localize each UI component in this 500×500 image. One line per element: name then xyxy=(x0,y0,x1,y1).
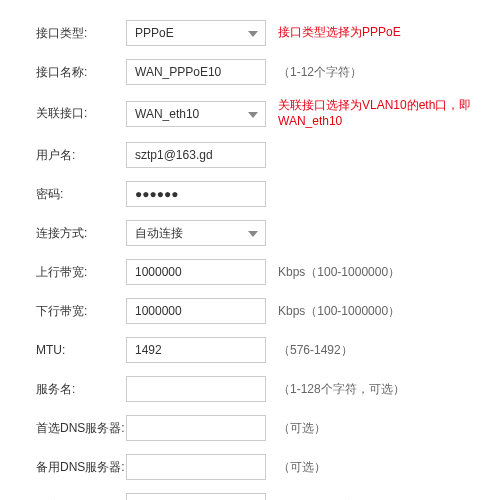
hint-dns1: （可选） xyxy=(278,420,326,437)
input-dns2[interactable] xyxy=(126,454,266,480)
row-mtu: MTU: （576-1492） xyxy=(36,337,490,363)
row-remark: 备注: （可选,50个字符） xyxy=(36,493,490,500)
input-dns1[interactable] xyxy=(126,415,266,441)
label-assoc-interface: 关联接口: xyxy=(36,105,126,122)
hint-interface-name: （1-12个字符） xyxy=(278,64,362,81)
row-assoc-interface: 关联接口: WAN_eth10 关联接口选择为VLAN10的eth口，即WAN_… xyxy=(36,98,490,129)
input-interface-name[interactable] xyxy=(126,59,266,85)
select-interface-type[interactable]: PPPoE xyxy=(126,20,266,46)
row-dns2: 备用DNS服务器: （可选） xyxy=(36,454,490,480)
label-connect-mode: 连接方式: xyxy=(36,225,126,242)
label-dns2: 备用DNS服务器: xyxy=(36,459,126,476)
input-mtu[interactable] xyxy=(126,337,266,363)
label-password: 密码: xyxy=(36,186,126,203)
row-interface-type: 接口类型: PPPoE 接口类型选择为PPPoE xyxy=(36,20,490,46)
row-up-bandwidth: 上行带宽: Kbps（100-1000000） xyxy=(36,259,490,285)
label-service-name: 服务名: xyxy=(36,381,126,398)
label-mtu: MTU: xyxy=(36,343,126,357)
input-down-bandwidth[interactable] xyxy=(126,298,266,324)
input-remark[interactable] xyxy=(126,493,266,500)
hint-dns2: （可选） xyxy=(278,459,326,476)
select-assoc-interface[interactable]: WAN_eth10 xyxy=(126,101,266,127)
row-down-bandwidth: 下行带宽: Kbps（100-1000000） xyxy=(36,298,490,324)
row-service-name: 服务名: （1-128个字符，可选） xyxy=(36,376,490,402)
label-dns1: 首选DNS服务器: xyxy=(36,420,126,437)
hint-down-bandwidth: Kbps（100-1000000） xyxy=(278,303,400,320)
input-username[interactable] xyxy=(126,142,266,168)
input-password[interactable] xyxy=(126,181,266,207)
hint-mtu: （576-1492） xyxy=(278,342,353,359)
row-dns1: 首选DNS服务器: （可选） xyxy=(36,415,490,441)
row-username: 用户名: xyxy=(36,142,490,168)
hint-up-bandwidth: Kbps（100-1000000） xyxy=(278,264,400,281)
row-connect-mode: 连接方式: 自动连接 xyxy=(36,220,490,246)
row-interface-name: 接口名称: （1-12个字符） xyxy=(36,59,490,85)
annotation-interface-type: 接口类型选择为PPPoE xyxy=(278,25,401,41)
label-username: 用户名: xyxy=(36,147,126,164)
row-password: 密码: xyxy=(36,181,490,207)
hint-service-name: （1-128个字符，可选） xyxy=(278,381,405,398)
input-service-name[interactable] xyxy=(126,376,266,402)
input-up-bandwidth[interactable] xyxy=(126,259,266,285)
label-down-bandwidth: 下行带宽: xyxy=(36,303,126,320)
label-interface-name: 接口名称: xyxy=(36,64,126,81)
label-interface-type: 接口类型: xyxy=(36,25,126,42)
annotation-assoc-interface: 关联接口选择为VLAN10的eth口，即WAN_eth10 xyxy=(278,98,488,129)
label-up-bandwidth: 上行带宽: xyxy=(36,264,126,281)
select-connect-mode[interactable]: 自动连接 xyxy=(126,220,266,246)
